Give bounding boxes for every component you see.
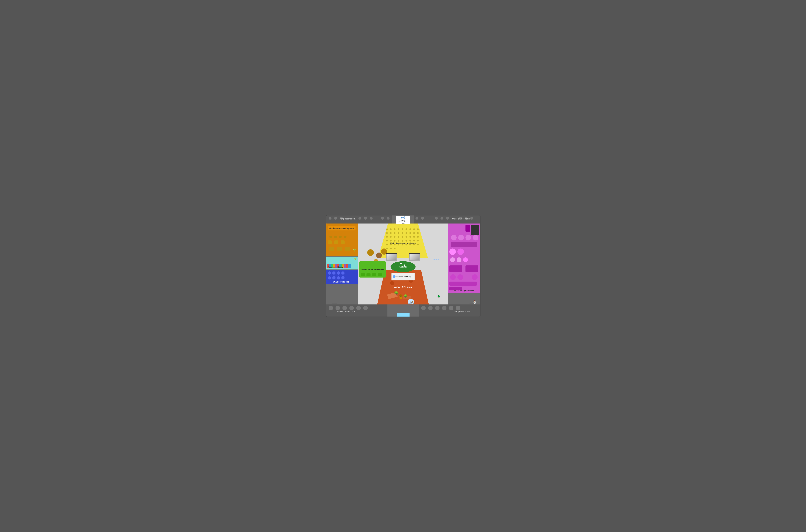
ice-poster-room[interactable] [419,304,480,317]
monitor-right [409,253,420,261]
penguin: 🐧 [411,301,414,304]
venue-map: Air poster room Water poster room Ci Cli… [326,215,480,317]
ice-poster-label: Ice poster room [455,310,470,312]
entrance [397,313,409,317]
meeting-room-label: Whole-group meeting room [329,227,354,229]
monitor-left [386,253,397,261]
ci-line3: 2024 [400,223,406,224]
social-games-area[interactable]: Social and games area [448,224,480,293]
tripod-left [332,299,337,304]
worktables[interactable]: Collaborative worktables [359,261,386,278]
spawn-area[interactable]: Spawn [390,261,416,272]
ci-logo[interactable]: Ci Climate Informatics 2024 [396,216,410,224]
birdhouse [400,295,402,299]
away-afk-label: Away / AFK area [394,286,412,288]
meeting-room[interactable]: Whole-group meeting room 🌱 [326,224,359,256]
meeting-room-plant: 🌱 [353,248,356,251]
spawn-label: Spawn [399,265,407,268]
water-left: 〜〜〜 [367,256,373,259]
grass-poster-room[interactable] [326,304,387,317]
meeting-room-tag: Whole-group meeting room [328,226,356,230]
tree-far: 🌲 [437,294,441,298]
audience-label: Main livestream audience [390,242,416,245]
snowman: ⛄ [473,300,477,304]
small-group-pods[interactable]: Small-group pods [326,270,359,284]
ci-line2: Informatics [400,221,406,223]
tree-left: 🌳 [394,291,399,296]
feedback-label: Feedback and Help [395,276,411,278]
social-games-label: Social and games area [454,289,474,291]
water-poster-label: Water poster room [452,217,470,220]
feedback-area[interactable]: Feedback and Help [391,273,415,281]
water-right: 〜〜〜 [433,258,439,261]
ci-line1: Climate [400,220,406,221]
resource-library-label: Resource library [328,266,343,268]
grass-poster-label: Grass poster room [338,310,356,312]
small-pods-label: Small-group pods [333,281,349,283]
worktables-label: Collaborative worktables [361,268,384,271]
tree-right: 🌳 [404,294,408,298]
library-plant: 🌱 [353,258,357,261]
air-poster-label: Air poster room [340,217,356,220]
air-poster-room[interactable] [326,215,392,224]
resource-library[interactable]: Resource library 🌱 [326,256,359,269]
